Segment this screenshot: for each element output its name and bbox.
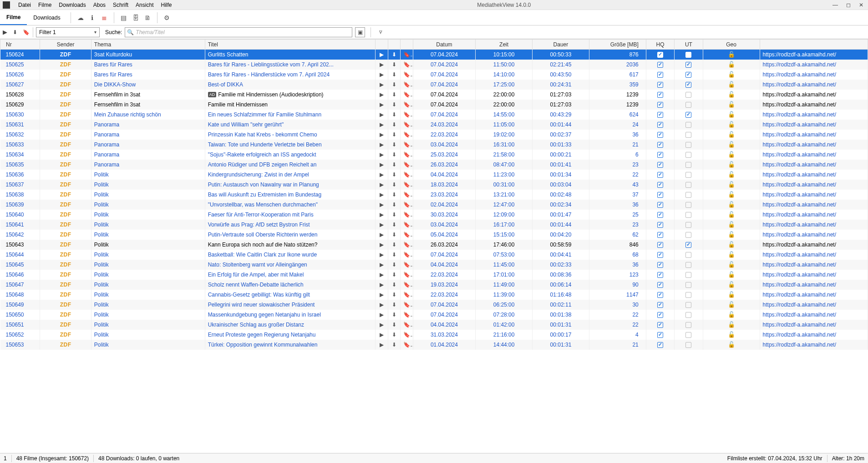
cell-play[interactable]: ▶ <box>376 330 388 340</box>
cell-play[interactable]: ▶ <box>376 270 388 280</box>
cell-bookmark[interactable]: 🔖 <box>401 110 413 120</box>
table-row[interactable]: 150638ZDFPolitikBas will Auskunft zu Ext… <box>0 190 868 200</box>
panel-icon[interactable]: ▤ <box>118 14 130 21</box>
search-input[interactable] <box>136 29 350 35</box>
table-row[interactable]: 150653ZDFPolitikTürkei: Opposition gewin… <box>0 340 868 350</box>
cell-play[interactable]: ▶ <box>376 320 388 330</box>
cell-download[interactable]: ⬇ <box>388 90 400 100</box>
cell-download[interactable]: ⬇ <box>388 80 400 90</box>
col-sender[interactable]: Sender <box>40 40 91 50</box>
info-icon[interactable]: ℹ <box>86 14 98 21</box>
cell-play[interactable]: ▶ <box>376 280 388 290</box>
cell-bookmark[interactable]: 🔖 <box>401 220 413 230</box>
cell-play[interactable]: ▶ <box>376 150 388 160</box>
cell-download[interactable]: ⬇ <box>388 210 400 220</box>
col-titel[interactable]: Titel <box>205 40 376 50</box>
list-icon[interactable]: ≣ <box>98 14 110 21</box>
cell-download[interactable]: ⬇ <box>388 130 400 140</box>
cell-play[interactable]: ▶ <box>376 180 388 190</box>
settings-icon[interactable]: ⚙ <box>161 14 173 21</box>
cell-play[interactable]: ▶ <box>376 200 388 210</box>
cell-bookmark[interactable]: 🔖 <box>401 340 413 350</box>
cell-bookmark[interactable]: 🔖 <box>401 310 413 320</box>
cell-bookmark[interactable]: 🔖 <box>401 70 413 80</box>
col-datum[interactable]: Datum <box>413 40 475 50</box>
table-row[interactable]: 150629ZDFFernsehfilm in 3satFamilie mit … <box>0 100 868 110</box>
table-row[interactable]: 150639ZDFPolitik"Unvorstellbar, was Mens… <box>0 200 868 210</box>
cell-play[interactable]: ▶ <box>376 310 388 320</box>
cell-bookmark[interactable]: 🔖 <box>401 210 413 220</box>
cell-play[interactable]: ▶ <box>376 90 388 100</box>
table-row[interactable]: 150644ZDFPolitikBasketball: Wie Caitlin … <box>0 250 868 260</box>
cell-download[interactable]: ⬇ <box>388 270 400 280</box>
cell-bookmark[interactable]: 🔖 <box>401 240 413 250</box>
col-ut[interactable]: UT <box>675 40 703 50</box>
tab-downloads[interactable]: Downloads <box>27 11 66 25</box>
table-row[interactable]: 150637ZDFPolitikPutin: Austausch von Naw… <box>0 180 868 190</box>
download-icon[interactable]: ⬇ <box>13 29 20 35</box>
cell-bookmark[interactable]: 🔖 <box>401 50 413 60</box>
cell-download[interactable]: ⬇ <box>388 60 400 70</box>
cell-download[interactable]: ⬇ <box>388 70 400 80</box>
table-row[interactable]: 150651ZDFPolitikUkrainischer Schlag aus … <box>0 320 868 330</box>
cell-play[interactable]: ▶ <box>376 260 388 270</box>
cell-play[interactable]: ▶ <box>376 70 388 80</box>
table-row[interactable]: 150630ZDFMein Zuhause richtig schönEin n… <box>0 110 868 120</box>
cell-download[interactable]: ⬇ <box>388 200 400 210</box>
cell-download[interactable]: ⬇ <box>388 150 400 160</box>
col-zeit[interactable]: Zeit <box>476 40 533 50</box>
menu-item-downloads[interactable]: Downloads <box>55 2 89 8</box>
cell-play[interactable]: ▶ <box>376 190 388 200</box>
cell-bookmark[interactable]: 🔖 <box>401 260 413 270</box>
cell-download[interactable]: ⬇ <box>388 240 400 250</box>
cell-play[interactable]: ▶ <box>376 210 388 220</box>
cell-bookmark[interactable]: 🔖 <box>401 320 413 330</box>
cell-bookmark[interactable]: 🔖 <box>401 230 413 240</box>
table-row[interactable]: 150649ZDFPolitikPellegrini wird neuer sl… <box>0 300 868 310</box>
cell-play[interactable]: ▶ <box>376 60 388 70</box>
col-dauer[interactable]: Dauer <box>533 40 589 50</box>
table-row[interactable]: 150625ZDFBares für RaresBares für Rares … <box>0 60 868 70</box>
cell-download[interactable]: ⬇ <box>388 250 400 260</box>
col-thema[interactable]: Thema <box>91 40 205 50</box>
cell-download[interactable]: ⬇ <box>388 110 400 120</box>
cell-download[interactable]: ⬇ <box>388 260 400 270</box>
database-icon[interactable]: 🗄 <box>130 14 142 21</box>
cell-play[interactable]: ▶ <box>376 80 388 90</box>
search-options-icon[interactable]: ▣ <box>355 27 365 37</box>
maximize-icon[interactable]: ◻ <box>846 2 851 8</box>
col-nr[interactable]: Nr <box>0 40 40 50</box>
cell-download[interactable]: ⬇ <box>388 160 400 170</box>
cell-bookmark[interactable]: 🔖 <box>401 300 413 310</box>
menu-item-ansicht[interactable]: Ansicht <box>132 2 157 8</box>
cell-bookmark[interactable]: 🔖 <box>401 100 413 110</box>
col-size[interactable]: Größe [MB] <box>589 40 646 50</box>
table-row[interactable]: 150631ZDFPanoramaKate und William "sehr … <box>0 120 868 130</box>
minimize-icon[interactable]: — <box>832 2 838 8</box>
cell-download[interactable]: ⬇ <box>388 170 400 180</box>
cell-play[interactable]: ▶ <box>376 230 388 240</box>
cell-bookmark[interactable]: 🔖 <box>401 80 413 90</box>
cell-play[interactable]: ▶ <box>376 220 388 230</box>
cell-bookmark[interactable]: 🔖 <box>401 190 413 200</box>
cell-play[interactable]: ▶ <box>376 50 388 60</box>
table-row[interactable]: 150641ZDFPolitikVorwürfe aus Prag: AfD s… <box>0 220 868 230</box>
cell-bookmark[interactable]: 🔖 <box>401 200 413 210</box>
cell-bookmark[interactable]: 🔖 <box>401 90 413 100</box>
cell-bookmark[interactable]: 🔖 <box>401 270 413 280</box>
filter-select[interactable]: Filter 1 ▾ <box>36 27 100 37</box>
table-row[interactable]: 150636ZDFPolitikKindergrundsicherung: Zw… <box>0 170 868 180</box>
col-url[interactable] <box>760 40 868 50</box>
cell-bookmark[interactable]: 🔖 <box>401 280 413 290</box>
cell-download[interactable]: ⬇ <box>388 100 400 110</box>
cell-download[interactable]: ⬇ <box>388 140 400 150</box>
menu-item-datei[interactable]: Datei <box>15 2 35 8</box>
menu-item-filme[interactable]: Filme <box>35 2 55 8</box>
menu-item-abos[interactable]: Abos <box>90 2 109 8</box>
col-geo[interactable]: Geo <box>703 40 760 50</box>
table-row[interactable]: 150650ZDFPolitikMassenkundgebung gegen N… <box>0 310 868 320</box>
cell-play[interactable]: ▶ <box>376 170 388 180</box>
cell-play[interactable]: ▶ <box>376 240 388 250</box>
cloud-download-icon[interactable]: ☁ <box>75 14 86 21</box>
table-row[interactable]: 150640ZDFPolitikFaeser für Anti-Terror-K… <box>0 210 868 220</box>
